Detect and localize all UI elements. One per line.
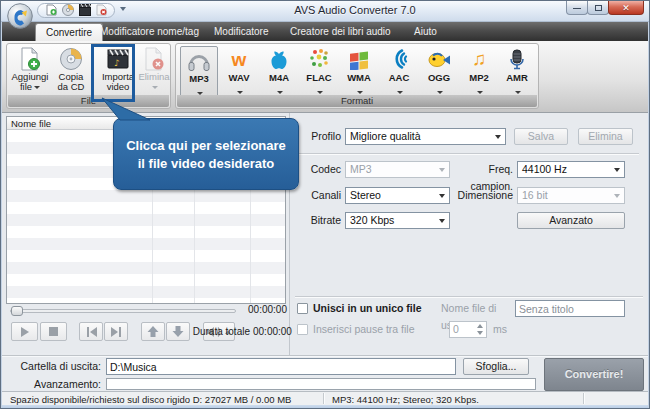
window-frame <box>1 405 649 408</box>
tooltip-arrow <box>96 96 156 122</box>
elimina-profilo-button[interactable]: Elimina <box>578 128 633 145</box>
quick-cd-icon[interactable] <box>62 4 74 18</box>
cartella-input[interactable] <box>106 358 456 375</box>
play-button[interactable] <box>11 322 38 341</box>
tooltip-line2: il file video desiderato <box>114 156 298 171</box>
tab-convertire[interactable]: Convertire <box>35 23 103 41</box>
chevron-down-icon <box>152 86 158 89</box>
chevron-down-icon <box>515 91 521 94</box>
add-file-button[interactable]: Aggiungi file <box>11 46 49 94</box>
windows-flag-icon <box>340 46 378 72</box>
close-button[interactable]: ✕ <box>608 1 644 15</box>
move-up-button[interactable] <box>141 322 165 341</box>
format-mp2-button[interactable]: ♫ MP2 <box>460 46 498 102</box>
headphones-icon <box>181 47 217 73</box>
previous-icon <box>86 327 97 337</box>
dots-icon <box>300 46 338 72</box>
format-wav-button[interactable]: w WAV <box>220 46 258 102</box>
separator <box>2 355 648 356</box>
apple-icon <box>260 46 298 72</box>
tab-creatore-libri-audio[interactable]: Creatore dei libri audio <box>286 22 395 41</box>
quick-import-video-icon[interactable] <box>79 4 91 18</box>
chevron-down-icon <box>437 91 443 94</box>
avanzato-button[interactable]: Avanzato <box>517 212 625 229</box>
quickbar-chevron-icon[interactable] <box>120 7 126 11</box>
dimensione-label: Dimensione <box>443 187 513 204</box>
pause-label: Inserisci pause tra file <box>313 321 415 338</box>
unisci-checkbox[interactable] <box>297 303 308 314</box>
minimize-button[interactable] <box>566 1 588 15</box>
seek-slider-handle[interactable] <box>11 306 23 316</box>
microphone-icon <box>498 46 536 72</box>
delete-button[interactable]: Elimina <box>137 46 171 94</box>
maximize-button[interactable] <box>587 1 609 15</box>
profilo-select[interactable]: Migliore qualità <box>345 128 506 145</box>
chevron-down-icon <box>439 219 445 223</box>
seek-slider-track[interactable] <box>10 309 236 313</box>
format-flac-button[interactable]: FLAC <box>300 46 338 102</box>
arrow-up-icon <box>147 326 159 337</box>
formats-group: MP3 w WAV M4A FLAC <box>175 43 539 109</box>
minimize-icon <box>573 6 581 9</box>
format-amr-button[interactable]: AMR <box>498 46 536 102</box>
freq-select[interactable]: 44100 Hz <box>517 161 625 178</box>
music-note-icon: ♫ <box>472 49 486 69</box>
salva-button[interactable]: Salva <box>514 128 568 145</box>
durata-label: Durata totale <box>188 326 250 337</box>
arcs-icon <box>380 46 418 72</box>
previous-button[interactable] <box>79 322 103 341</box>
format-m4a-button[interactable]: M4A <box>260 46 298 102</box>
position-time: 00:00:00 <box>241 304 287 315</box>
chevron-down-icon <box>397 91 403 94</box>
window-frame <box>1 22 2 408</box>
pause-checkbox[interactable] <box>297 324 308 335</box>
status-divider <box>583 393 584 404</box>
chevron-down-icon <box>237 91 243 94</box>
move-down-button[interactable] <box>166 322 190 341</box>
chevron-down-icon <box>277 91 283 94</box>
dimensione-select[interactable]: 16 bit <box>517 187 625 204</box>
app-logo-icon <box>7 3 33 31</box>
format-wma-button[interactable]: WMA <box>340 46 378 102</box>
next-icon <box>111 327 122 337</box>
format-mp3-button[interactable]: MP3 <box>180 46 218 102</box>
play-icon <box>20 327 30 337</box>
canali-label: Canali <box>291 187 341 204</box>
formats-group-caption: Formati <box>177 95 537 107</box>
app-window: AVS Audio Converter 7.0 ✕ Con <box>0 0 650 409</box>
tab-aiuto[interactable]: Aiuto <box>410 22 441 41</box>
unisci-label: Unisci in un unico file <box>313 300 422 317</box>
window-title: AVS Audio Converter 7.0 <box>161 4 549 16</box>
convertire-button[interactable]: Convertire! <box>544 358 644 391</box>
next-button[interactable] <box>104 322 128 341</box>
spinner-down-icon[interactable] <box>477 331 483 335</box>
canali-select[interactable]: Stereo <box>345 187 450 204</box>
bitrate-label: Bitrate <box>291 212 341 229</box>
ms-label: ms <box>493 321 507 338</box>
tab-modificatore[interactable]: Modificatore <box>210 22 272 41</box>
quick-add-file-icon[interactable] <box>46 4 57 18</box>
pause-spinner[interactable]: 0 <box>449 321 487 338</box>
sfoglia-button[interactable]: Sfoglia... <box>463 358 529 375</box>
tab-modificatore-nome-tag[interactable]: Modificatore nome/tag <box>96 22 203 41</box>
copy-cd-button[interactable]: Copia da CD <box>52 46 90 94</box>
fish-icon <box>420 46 458 72</box>
chevron-down-icon <box>614 194 620 198</box>
durata-time: 00:00:00 <box>253 326 287 337</box>
wav-wave-icon: w <box>232 50 247 69</box>
chevron-down-icon <box>357 91 363 94</box>
bitrate-select[interactable]: 320 Kbps <box>345 212 450 229</box>
tooltip-callout: Clicca qui per selezionare il file video… <box>113 118 299 190</box>
quick-delete-icon[interactable] <box>96 4 107 18</box>
chevron-down-icon <box>34 86 40 89</box>
stop-icon <box>49 327 58 336</box>
nome-uscita-input[interactable] <box>515 300 625 317</box>
quick-access-toolbar <box>37 3 115 18</box>
stop-button[interactable] <box>40 322 67 341</box>
format-ogg-button[interactable]: OGG <box>420 46 458 102</box>
spinner-up-icon[interactable] <box>477 324 483 328</box>
delete-file-icon <box>137 46 171 72</box>
format-aac-button[interactable]: AAC <box>380 46 418 102</box>
codec-select[interactable]: MP3 <box>345 161 450 178</box>
chevron-down-icon <box>495 135 501 139</box>
